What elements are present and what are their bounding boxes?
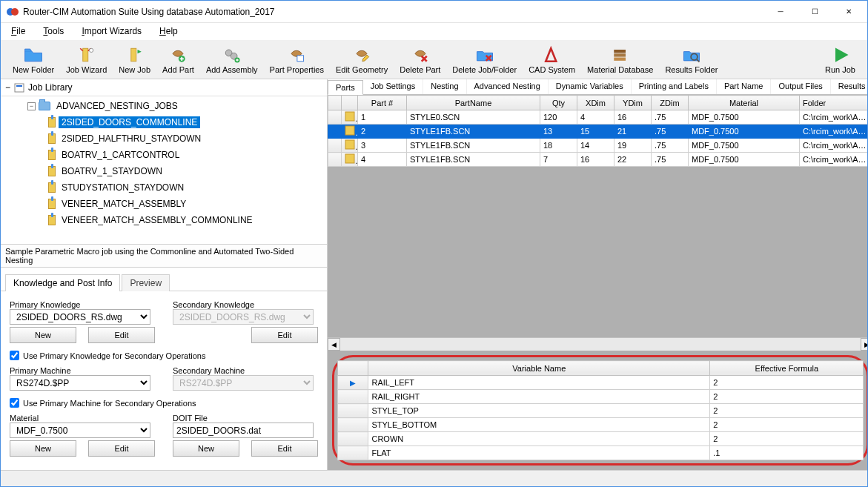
menu-import-wizards[interactable]: Import Wizards: [77, 24, 146, 38]
col-variable-name[interactable]: Variable Name: [368, 361, 710, 376]
parts-grid[interactable]: Part # PartName Qty XDim YDim ZDim Mater…: [328, 95, 868, 167]
tree-job-item[interactable]: 2SIDED_HALFTHRU_STAYDOWN: [2, 130, 325, 147]
add-assembly-button[interactable]: Add Assembly: [200, 43, 264, 76]
tree-job-item[interactable]: VENEER_MATCH_ASSEMBLY_COMMONLINE: [2, 212, 325, 228]
menu-help[interactable]: Help: [155, 24, 182, 38]
table-row[interactable]: 3STYLE1FB.SCN181419.75MDF_0.7500C:\rcim_…: [328, 139, 869, 153]
add-part-button[interactable]: Add Part: [156, 43, 200, 76]
material-db-icon: [610, 44, 631, 65]
primary-machine-select[interactable]: RS274D.$PP: [10, 375, 150, 391]
col-xdim[interactable]: XDim: [577, 96, 614, 110]
menu-tools[interactable]: Tools: [39, 24, 68, 38]
close-button[interactable]: ✕: [832, 1, 866, 23]
new-job-button[interactable]: New Job: [113, 43, 156, 76]
tab-results[interactable]: Results: [831, 79, 868, 94]
tree-collapse-root[interactable]: −: [5, 82, 10, 93]
table-row[interactable]: CROWN2: [338, 432, 864, 446]
doit-file-input[interactable]: [173, 423, 314, 438]
tree-job-item[interactable]: 2SIDED_DOORS_COMMONLINE: [2, 114, 325, 130]
tab-printing-and-labels[interactable]: Printing and Labels: [632, 79, 717, 94]
horizontal-scrollbar[interactable]: ◀ ▶: [328, 337, 868, 351]
table-row[interactable]: STYLE_TOP2: [338, 404, 864, 418]
delete-part-button[interactable]: Delete Part: [394, 43, 446, 76]
left-pane: − Job Library − ADVANCED_NESTING_JOBS 2S…: [1, 79, 328, 470]
use-primary-knowledge-checkbox[interactable]: [10, 351, 19, 360]
use-primary-knowledge-label: Use Primary Knowledge for Secondary Oper…: [23, 351, 205, 360]
maximize-button[interactable]: ☐: [798, 1, 832, 23]
primary-knowledge-new-button[interactable]: New: [10, 327, 76, 343]
tab-part-name[interactable]: Part Name: [717, 79, 772, 94]
col-zdim[interactable]: ZDim: [652, 96, 689, 110]
primary-knowledge-select[interactable]: 2SIDED_DOORS_RS.dwg: [10, 309, 150, 325]
col-qty[interactable]: Qty: [540, 96, 577, 110]
tab-advanced-nesting[interactable]: Advanced Nesting: [467, 79, 549, 94]
part-properties-button[interactable]: Part Properties: [264, 43, 330, 76]
variables-grid[interactable]: Variable Name Effective Formula ▶RAIL_LE…: [337, 360, 864, 460]
job-tree[interactable]: − ADVANCED_NESTING_JOBS 2SIDED_DOORS_COM…: [1, 96, 327, 245]
col-part-name[interactable]: PartName: [407, 96, 540, 110]
table-row[interactable]: STYLE_BOTTOM2: [338, 418, 864, 432]
minimize-button[interactable]: ─: [763, 1, 798, 23]
new-folder-button[interactable]: New Folder: [7, 43, 60, 76]
material-select[interactable]: MDF_0.7500: [10, 423, 150, 438]
secondary-knowledge-edit-button[interactable]: Edit: [251, 327, 318, 343]
tree-job-label: 2SIDED_DOORS_COMMONLINE: [59, 116, 200, 128]
use-primary-machine-checkbox[interactable]: [10, 398, 19, 408]
table-row[interactable]: RAIL_RIGHT2: [338, 390, 864, 404]
col-part-num[interactable]: Part #: [358, 96, 407, 110]
primary-knowledge-label: Primary Knowledge: [10, 300, 155, 309]
col-folder[interactable]: Folder: [800, 96, 869, 110]
menu-file[interactable]: File: [7, 24, 30, 38]
table-row[interactable]: ▶2STYLE1FB.SCN131521.75MDF_0.7500C:\rcim…: [328, 125, 869, 139]
material-edit-button[interactable]: Edit: [88, 440, 155, 457]
col-material[interactable]: Material: [689, 96, 800, 110]
material-new-button[interactable]: New: [10, 440, 76, 457]
col-ydim[interactable]: YDim: [614, 96, 652, 110]
run-job-button[interactable]: Run Job: [819, 43, 861, 76]
tree-job-item[interactable]: BOATRV_1_CARTCONTROL: [2, 147, 325, 163]
tab-dynamic-variables[interactable]: Dynamic Variables: [549, 79, 632, 94]
results-folder-icon: [681, 44, 702, 65]
properties-icon: [286, 44, 307, 65]
col-effective-formula[interactable]: Effective Formula: [710, 361, 864, 376]
tree-job-item[interactable]: VENEER_MATCH_ASSEMBLY: [2, 196, 325, 212]
doit-file-label: DOIT File: [173, 414, 318, 423]
svg-rect-9: [297, 56, 304, 62]
secondary-knowledge-label: Secondary Knowledge: [173, 300, 318, 309]
table-row[interactable]: ▶RAIL_LEFT2: [338, 376, 864, 390]
edit-geometry-button[interactable]: Edit Geometry: [330, 43, 394, 76]
tab-parts[interactable]: Parts: [328, 80, 363, 95]
svg-point-3: [89, 48, 93, 52]
tree-folder[interactable]: − ADVANCED_NESTING_JOBS: [2, 98, 325, 114]
tab-knowledge-post[interactable]: Knowledge and Post Info: [5, 274, 120, 291]
tab-nesting[interactable]: Nesting: [423, 79, 466, 94]
job-icon: [48, 215, 56, 225]
cad-icon: [542, 44, 563, 65]
right-tabstrip: PartsJob SettingsNestingAdvanced Nesting…: [328, 79, 868, 95]
tree-job-item[interactable]: BOATRV_1_STAYDOWN: [2, 163, 325, 179]
tree-job-label: BOATRV_1_CARTCONTROL: [59, 149, 182, 161]
scroll-right-button[interactable]: ▶: [861, 338, 868, 351]
tab-preview[interactable]: Preview: [122, 274, 170, 291]
table-row[interactable]: 4STYLE1FB.SCN71622.75MDF_0.7500C:\rcim_w…: [328, 153, 869, 167]
doit-edit-button[interactable]: Edit: [251, 440, 318, 457]
table-row[interactable]: FLAT.1: [338, 446, 864, 460]
tree-collapse-folder[interactable]: −: [27, 102, 36, 110]
doit-new-button[interactable]: New: [173, 440, 239, 457]
delete-job-folder-button[interactable]: Delete Job/Folder: [446, 43, 523, 76]
tree-job-label: VENEER_MATCH_ASSEMBLY: [59, 198, 189, 210]
folder-icon: [23, 44, 44, 65]
toolbar: New Folder Job Wizard New Job Add Part A…: [1, 39, 867, 79]
cad-system-button[interactable]: CAD System: [523, 43, 581, 76]
job-wizard-button[interactable]: Job Wizard: [60, 43, 113, 76]
primary-knowledge-edit-button[interactable]: Edit: [88, 327, 155, 343]
tab-output-files[interactable]: Output Files: [771, 79, 830, 94]
tab-job-settings[interactable]: Job Settings: [363, 79, 424, 94]
material-database-button[interactable]: Material Database: [581, 43, 659, 76]
part-icon: [345, 153, 355, 164]
job-icon: [48, 199, 56, 209]
scroll-left-button[interactable]: ◀: [328, 338, 340, 351]
results-folder-button[interactable]: Results Folder: [659, 43, 723, 76]
table-row[interactable]: 1STYLE0.SCN120416.75MDF_0.7500C:\rcim_wo…: [328, 110, 869, 125]
tree-job-item[interactable]: STUDYSTATION_STAYDOWN: [2, 179, 325, 196]
